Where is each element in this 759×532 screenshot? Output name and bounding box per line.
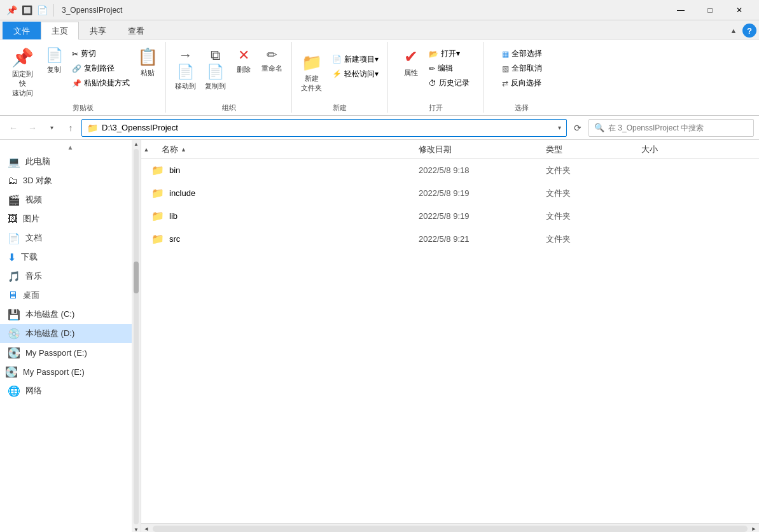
address-folder-icon: 📁 (87, 123, 98, 133)
scrollbar-up-button[interactable]: ▲ (133, 140, 139, 148)
ribbon: 📌 固定到快速访问 📄 复制 ✂ 剪切 🔗 复制路径 📌 粘贴快捷方式 (0, 39, 759, 116)
open-group: ✔ 属性 📂 打开▾ ✏ 编辑 ⏱ 历史记录 打开 (388, 42, 484, 113)
sidebar-item-drive-d[interactable]: 💿 本地磁盘 (D:) (0, 324, 141, 343)
move-to-button[interactable]: →📄 移动到 (171, 45, 200, 94)
forward-button[interactable]: → (24, 120, 41, 136)
help-button[interactable]: ? (742, 24, 756, 38)
tab-view[interactable]: 查看 (117, 22, 155, 39)
tab-file[interactable]: 文件 (3, 22, 41, 39)
new-group: 📁 新建文件夹 📄 新建项目▾ ⚡ 轻松访问▾ 新建 (292, 42, 388, 113)
deselect-icon: ▧ (502, 64, 509, 73)
delete-button[interactable]: ✕ 删除 (231, 45, 256, 77)
file-row-bin[interactable]: 📁 bin 2022/5/8 9:18 文件夹 (141, 159, 759, 182)
sidebar-scroll-up[interactable]: ▲ (0, 143, 141, 152)
open-label: 打开 (393, 101, 478, 113)
invert-selection-button[interactable]: ⇄ 反向选择 (498, 76, 546, 90)
ribbon-collapse-button[interactable]: ▲ (727, 24, 740, 37)
copy-to-button[interactable]: ⧉📄 复制到 (201, 45, 230, 94)
copy-icon: 📄 (46, 47, 63, 64)
ribbon-collapse-area: ▲ ? (727, 24, 756, 38)
drive-c-icon: 💾 (8, 309, 20, 321)
file-row-include[interactable]: 📁 include 2022/5/8 9:19 文件夹 (141, 182, 759, 205)
easy-access-button[interactable]: ⚡ 轻松访问▾ (328, 67, 382, 81)
scroll-right-button[interactable]: ► (749, 524, 759, 533)
cut-button[interactable]: ✂ 剪切 (68, 47, 134, 60)
address-bar[interactable]: 📁 D:\3_OpenssIProject ▾ (81, 119, 567, 137)
file-row-src[interactable]: 📁 src 2022/5/8 9:21 文件夹 (141, 228, 759, 251)
search-input[interactable] (608, 123, 748, 132)
column-size[interactable]: 大小 (641, 144, 749, 155)
sidebar-item-this-pc[interactable]: 💻 此电脑 (0, 152, 141, 171)
select-all-button[interactable]: ▦ 全部选择 (498, 47, 546, 60)
network-icon: 🌐 (8, 385, 20, 397)
sidebar-item-downloads[interactable]: ⬇ 下载 (0, 248, 141, 267)
title-bar-icons: 📌 🔲 📄 (5, 4, 57, 17)
maximize-button[interactable]: □ (695, 0, 725, 20)
copy-path-button[interactable]: 🔗 复制路径 (68, 62, 134, 75)
file-row-lib[interactable]: 📁 lib 2022/5/8 9:19 文件夹 (141, 205, 759, 228)
main-content: ▲ 💻 此电脑 🗂 3D 对象 🎬 视频 🖼 图片 📄 文档 ⬇ 下载 🎵 音乐 (0, 140, 759, 532)
new-folder-button[interactable]: 📁 新建文件夹 (297, 50, 326, 95)
history-icon: ⏱ (429, 79, 436, 88)
pin-icon: 📌 (5, 4, 18, 17)
pin-quick-access-button[interactable]: 📌 固定到快速访问 (5, 45, 40, 101)
open-button[interactable]: 📂 打开▾ (425, 47, 473, 60)
file-type-lib: 文件夹 (546, 211, 641, 222)
h-scroll-track (153, 526, 748, 532)
up-button[interactable]: ↑ (62, 120, 79, 136)
folder-icon: 📁 (151, 210, 164, 222)
pictures-icon: 🖼 (8, 213, 18, 225)
sidebar-item-desktop[interactable]: 🖥 桌面 (0, 286, 141, 305)
video-icon: 🎬 (8, 194, 20, 206)
rename-button[interactable]: ✏ 重命名 (258, 45, 286, 76)
sidebar-item-3d[interactable]: 🗂 3D 对象 (0, 171, 141, 190)
passport-1-icon: 💽 (8, 347, 20, 359)
sidebar-item-drive-c[interactable]: 💾 本地磁盘 (C:) (0, 305, 141, 324)
properties-button[interactable]: ✔ 属性 (398, 45, 424, 80)
paste-button[interactable]: 📋 粘贴 (135, 45, 160, 80)
select-all-icon: ▦ (502, 50, 509, 59)
address-dropdown-arrow[interactable]: ▾ (558, 124, 561, 131)
sidebar-item-pictures[interactable]: 🖼 图片 (0, 209, 141, 228)
sidebar-item-documents[interactable]: 📄 文档 (0, 228, 141, 248)
new-item-button[interactable]: 📄 新建项目▾ (328, 53, 382, 66)
history-button[interactable]: ⏱ 历史记录 (425, 76, 473, 90)
scroll-left-button[interactable]: ◄ (141, 524, 151, 533)
delete-icon: ✕ (238, 47, 249, 64)
sidebar-item-network[interactable]: 🌐 网络 (0, 381, 141, 400)
column-name[interactable]: 名称 ▲ (151, 144, 419, 155)
scrollbar-thumb[interactable] (134, 262, 139, 293)
copy-button[interactable]: 📄 复制 (41, 45, 67, 77)
dropdown-button[interactable]: ▾ (43, 120, 60, 136)
sidebar-item-my-passport-2[interactable]: 💽 My Passport (E:) (0, 362, 141, 381)
edit-button[interactable]: ✏ 编辑 (425, 62, 473, 75)
back-button[interactable]: ← (5, 120, 22, 136)
tab-share[interactable]: 共享 (79, 22, 117, 39)
clipboard-label: 剪贴板 (5, 101, 160, 113)
file-list-header: ▲ 名称 ▲ 修改日期 类型 大小 (141, 140, 759, 159)
sidebar-item-music[interactable]: 🎵 音乐 (0, 267, 141, 286)
invert-icon: ⇄ (502, 79, 508, 88)
search-bar: 🔍 (588, 119, 754, 137)
tab-home[interactable]: 主页 (41, 22, 79, 39)
select-group: ▦ 全部选择 ▧ 全部取消 ⇄ 反向选择 选择 (484, 42, 560, 113)
scrollbar-down-button[interactable]: ▼ (133, 526, 139, 532)
header-scroll-up[interactable]: ▲ (141, 140, 151, 158)
new-folder-icon: 📁 (302, 53, 322, 73)
column-type[interactable]: 类型 (546, 144, 641, 155)
sidebar-item-my-passport-1[interactable]: 💽 My Passport (E:) (0, 343, 141, 362)
close-button[interactable]: ✕ (725, 0, 754, 20)
refresh-button[interactable]: ⟳ (569, 120, 586, 136)
move-icon: →📄 (177, 47, 194, 80)
scissors-icon: ✂ (72, 50, 78, 59)
sidebar-item-video[interactable]: 🎬 视频 (0, 190, 141, 209)
drive-d-icon: 💿 (8, 328, 20, 340)
desktop-icon: 🖥 (8, 290, 18, 301)
column-date[interactable]: 修改日期 (419, 144, 546, 155)
minimize-button[interactable]: — (666, 0, 695, 20)
copy-to-icon: ⧉📄 (207, 47, 224, 80)
sidebar-scrollbar: ▲ ▼ (132, 140, 141, 532)
deselect-all-button[interactable]: ▧ 全部取消 (498, 62, 546, 75)
open-icon: 📂 (429, 50, 438, 59)
paste-shortcut-button[interactable]: 📌 粘贴快捷方式 (68, 76, 134, 90)
